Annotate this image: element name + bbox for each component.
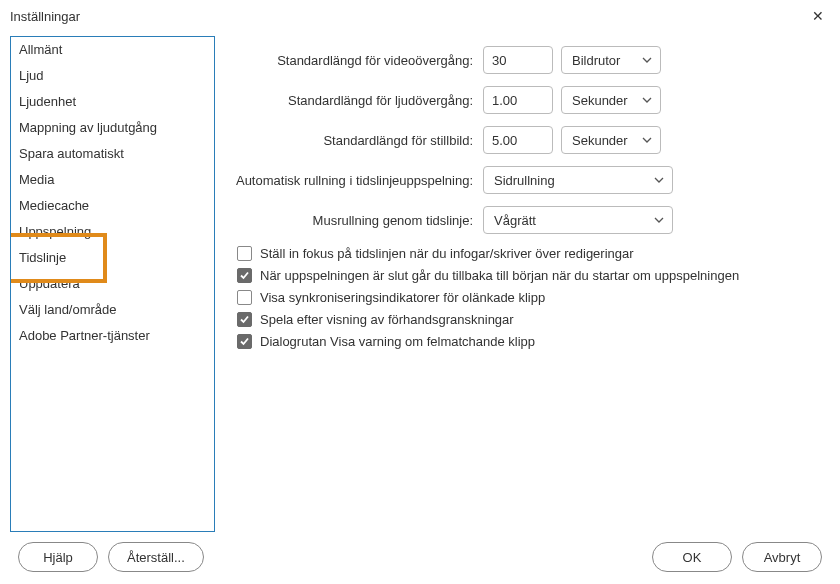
window-title: Inställningar bbox=[10, 9, 80, 24]
help-button[interactable]: Hjälp bbox=[18, 542, 98, 572]
checkbox-label-2: Visa synkroniseringsindikatorer för olän… bbox=[260, 290, 545, 305]
sidebar-item-8[interactable]: Tidslinje bbox=[11, 245, 214, 271]
input-still-value[interactable] bbox=[483, 126, 553, 154]
sidebar: AllmäntLjudLjudenhetMappning av ljudutgå… bbox=[10, 36, 215, 532]
cancel-button[interactable]: Avbryt bbox=[742, 542, 822, 572]
select-audio-unit[interactable]: Sekunder bbox=[561, 86, 661, 114]
check-row-4: Dialogrutan Visa varning om felmatchande… bbox=[237, 334, 830, 349]
row-auto-scroll: Automatisk rullning i tidslinjeuppspelni… bbox=[233, 166, 830, 194]
checkbox-1[interactable] bbox=[237, 268, 252, 283]
input-audio-value[interactable] bbox=[483, 86, 553, 114]
reset-button[interactable]: Återställ... bbox=[108, 542, 204, 572]
sidebar-item-3[interactable]: Mappning av ljudutgång bbox=[11, 115, 214, 141]
check-row-1: När uppspelningen är slut går du tillbak… bbox=[237, 268, 830, 283]
checkbox-label-0: Ställ in fokus på tidslinjen när du info… bbox=[260, 246, 634, 261]
row-still-duration: Standardlängd för stillbild: Sekunder bbox=[233, 126, 830, 154]
ok-button[interactable]: OK bbox=[652, 542, 732, 572]
chevron-down-icon bbox=[654, 177, 664, 183]
check-row-3: Spela efter visning av förhandsgransknin… bbox=[237, 312, 830, 327]
checkbox-label-4: Dialogrutan Visa varning om felmatchande… bbox=[260, 334, 535, 349]
row-video-transition: Standardlängd för videoövergång: Bildrut… bbox=[233, 46, 830, 74]
input-video-value[interactable] bbox=[483, 46, 553, 74]
sidebar-item-4[interactable]: Spara automatiskt bbox=[11, 141, 214, 167]
select-video-unit[interactable]: Bildrutor bbox=[561, 46, 661, 74]
label-still-duration: Standardlängd för stillbild: bbox=[233, 133, 483, 148]
checkbox-0[interactable] bbox=[237, 246, 252, 261]
label-video-transition: Standardlängd för videoövergång: bbox=[233, 53, 483, 68]
select-audio-unit-value: Sekunder bbox=[572, 93, 628, 108]
footer-left: Hjälp Återställ... bbox=[18, 542, 204, 572]
select-mouse-scroll-value: Vågrätt bbox=[494, 213, 536, 228]
chevron-down-icon bbox=[654, 217, 664, 223]
check-row-0: Ställ in fokus på tidslinjen när du info… bbox=[237, 246, 830, 261]
checkbox-3[interactable] bbox=[237, 312, 252, 327]
select-video-unit-value: Bildrutor bbox=[572, 53, 620, 68]
sidebar-item-1[interactable]: Ljud bbox=[11, 63, 214, 89]
label-audio-transition: Standardlängd för ljudövergång: bbox=[233, 93, 483, 108]
select-still-unit[interactable]: Sekunder bbox=[561, 126, 661, 154]
sidebar-item-10[interactable]: Välj land/område bbox=[11, 297, 214, 323]
main-panel: Standardlängd för videoövergång: Bildrut… bbox=[233, 36, 830, 532]
row-audio-transition: Standardlängd för ljudövergång: Sekunder bbox=[233, 86, 830, 114]
ok-button-label: OK bbox=[683, 550, 702, 565]
cancel-button-label: Avbryt bbox=[764, 550, 801, 565]
reset-button-label: Återställ... bbox=[127, 550, 185, 565]
checkbox-label-3: Spela efter visning av förhandsgransknin… bbox=[260, 312, 514, 327]
sidebar-item-5[interactable]: Media bbox=[11, 167, 214, 193]
sidebar-item-11[interactable]: Adobe Partner-tjänster bbox=[11, 323, 214, 349]
sidebar-item-9[interactable]: Uppdatera bbox=[11, 271, 214, 297]
chevron-down-icon bbox=[642, 137, 652, 143]
dialog-body: AllmäntLjudLjudenhetMappning av ljudutgå… bbox=[0, 32, 840, 532]
select-auto-scroll-value: Sidrullning bbox=[494, 173, 555, 188]
sidebar-item-7[interactable]: Uppspelning bbox=[11, 219, 214, 245]
row-mouse-scroll: Musrullning genom tidslinje: Vågrätt bbox=[233, 206, 830, 234]
sidebar-item-0[interactable]: Allmänt bbox=[11, 37, 214, 63]
footer-right: OK Avbryt bbox=[652, 542, 822, 572]
close-icon[interactable]: ✕ bbox=[806, 6, 830, 26]
select-still-unit-value: Sekunder bbox=[572, 133, 628, 148]
chevron-down-icon bbox=[642, 57, 652, 63]
checkbox-group: Ställ in fokus på tidslinjen när du info… bbox=[237, 246, 830, 349]
chevron-down-icon bbox=[642, 97, 652, 103]
help-button-label: Hjälp bbox=[43, 550, 73, 565]
check-row-2: Visa synkroniseringsindikatorer för olän… bbox=[237, 290, 830, 305]
label-auto-scroll: Automatisk rullning i tidslinjeuppspelni… bbox=[233, 173, 483, 188]
checkbox-4[interactable] bbox=[237, 334, 252, 349]
sidebar-item-6[interactable]: Mediecache bbox=[11, 193, 214, 219]
footer: Hjälp Återställ... OK Avbryt bbox=[0, 532, 840, 572]
label-mouse-scroll: Musrullning genom tidslinje: bbox=[233, 213, 483, 228]
titlebar: Inställningar ✕ bbox=[0, 0, 840, 32]
select-mouse-scroll[interactable]: Vågrätt bbox=[483, 206, 673, 234]
select-auto-scroll[interactable]: Sidrullning bbox=[483, 166, 673, 194]
checkbox-label-1: När uppspelningen är slut går du tillbak… bbox=[260, 268, 739, 283]
sidebar-item-2[interactable]: Ljudenhet bbox=[11, 89, 214, 115]
checkbox-2[interactable] bbox=[237, 290, 252, 305]
